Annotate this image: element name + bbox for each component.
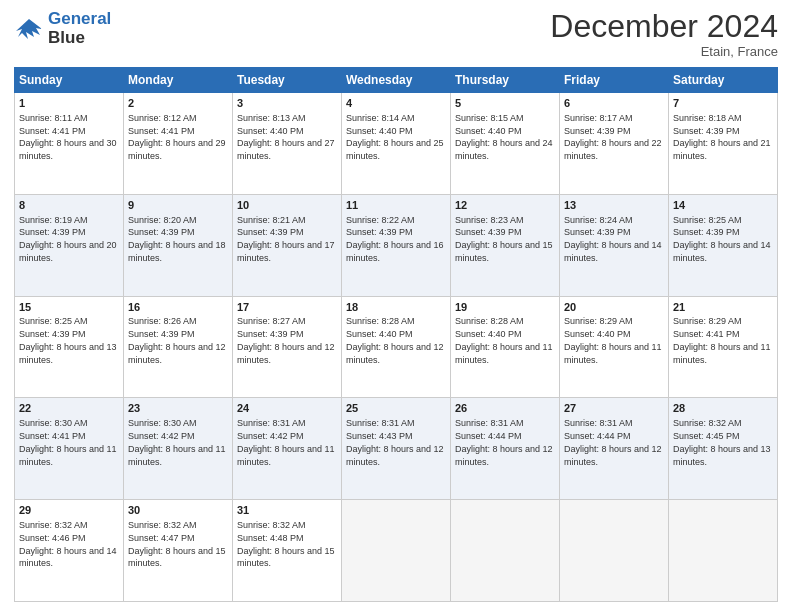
day-cell-30: 30 Sunrise: 8:32 AMSunset: 4:47 PMDaylig… <box>124 500 233 602</box>
cell-details: Sunrise: 8:12 AMSunset: 4:41 PMDaylight:… <box>128 113 226 161</box>
day-cell-7: 7 Sunrise: 8:18 AMSunset: 4:39 PMDayligh… <box>669 93 778 195</box>
cell-details: Sunrise: 8:31 AMSunset: 4:44 PMDaylight:… <box>455 418 553 466</box>
day-number: 30 <box>128 503 228 518</box>
day-number: 26 <box>455 401 555 416</box>
cell-details: Sunrise: 8:20 AMSunset: 4:39 PMDaylight:… <box>128 215 226 263</box>
logo: General Blue <box>14 10 111 47</box>
day-number: 24 <box>237 401 337 416</box>
day-number: 10 <box>237 198 337 213</box>
empty-cell <box>669 500 778 602</box>
day-number: 19 <box>455 300 555 315</box>
day-number: 27 <box>564 401 664 416</box>
cell-details: Sunrise: 8:32 AMSunset: 4:46 PMDaylight:… <box>19 520 117 568</box>
day-number: 17 <box>237 300 337 315</box>
day-number: 6 <box>564 96 664 111</box>
header: General Blue December 2024 Etain, France <box>14 10 778 59</box>
cell-details: Sunrise: 8:14 AMSunset: 4:40 PMDaylight:… <box>346 113 444 161</box>
cell-details: Sunrise: 8:28 AMSunset: 4:40 PMDaylight:… <box>346 316 444 364</box>
cell-details: Sunrise: 8:32 AMSunset: 4:47 PMDaylight:… <box>128 520 226 568</box>
cell-details: Sunrise: 8:31 AMSunset: 4:43 PMDaylight:… <box>346 418 444 466</box>
weekday-friday: Friday <box>560 68 669 93</box>
svg-marker-0 <box>16 19 42 39</box>
cell-details: Sunrise: 8:19 AMSunset: 4:39 PMDaylight:… <box>19 215 117 263</box>
day-cell-8: 8 Sunrise: 8:19 AMSunset: 4:39 PMDayligh… <box>15 194 124 296</box>
cell-details: Sunrise: 8:18 AMSunset: 4:39 PMDaylight:… <box>673 113 771 161</box>
logo-blue: Blue <box>48 28 85 47</box>
day-cell-28: 28 Sunrise: 8:32 AMSunset: 4:45 PMDaylig… <box>669 398 778 500</box>
day-cell-4: 4 Sunrise: 8:14 AMSunset: 4:40 PMDayligh… <box>342 93 451 195</box>
day-number: 11 <box>346 198 446 213</box>
day-cell-10: 10 Sunrise: 8:21 AMSunset: 4:39 PMDaylig… <box>233 194 342 296</box>
week-row-5: 29 Sunrise: 8:32 AMSunset: 4:46 PMDaylig… <box>15 500 778 602</box>
empty-cell <box>451 500 560 602</box>
logo-icon <box>14 15 44 43</box>
cell-details: Sunrise: 8:27 AMSunset: 4:39 PMDaylight:… <box>237 316 335 364</box>
cell-details: Sunrise: 8:32 AMSunset: 4:48 PMDaylight:… <box>237 520 335 568</box>
day-number: 1 <box>19 96 119 111</box>
day-cell-20: 20 Sunrise: 8:29 AMSunset: 4:40 PMDaylig… <box>560 296 669 398</box>
cell-details: Sunrise: 8:26 AMSunset: 4:39 PMDaylight:… <box>128 316 226 364</box>
day-number: 12 <box>455 198 555 213</box>
day-number: 9 <box>128 198 228 213</box>
cell-details: Sunrise: 8:23 AMSunset: 4:39 PMDaylight:… <box>455 215 553 263</box>
day-number: 7 <box>673 96 773 111</box>
day-cell-24: 24 Sunrise: 8:31 AMSunset: 4:42 PMDaylig… <box>233 398 342 500</box>
cell-details: Sunrise: 8:31 AMSunset: 4:42 PMDaylight:… <box>237 418 335 466</box>
day-number: 25 <box>346 401 446 416</box>
page: General Blue December 2024 Etain, France… <box>0 0 792 612</box>
day-cell-31: 31 Sunrise: 8:32 AMSunset: 4:48 PMDaylig… <box>233 500 342 602</box>
title-block: December 2024 Etain, France <box>550 10 778 59</box>
logo-general: General <box>48 9 111 28</box>
day-number: 13 <box>564 198 664 213</box>
day-cell-29: 29 Sunrise: 8:32 AMSunset: 4:46 PMDaylig… <box>15 500 124 602</box>
day-number: 29 <box>19 503 119 518</box>
day-cell-13: 13 Sunrise: 8:24 AMSunset: 4:39 PMDaylig… <box>560 194 669 296</box>
cell-details: Sunrise: 8:21 AMSunset: 4:39 PMDaylight:… <box>237 215 335 263</box>
day-cell-27: 27 Sunrise: 8:31 AMSunset: 4:44 PMDaylig… <box>560 398 669 500</box>
cell-details: Sunrise: 8:31 AMSunset: 4:44 PMDaylight:… <box>564 418 662 466</box>
weekday-sunday: Sunday <box>15 68 124 93</box>
day-number: 2 <box>128 96 228 111</box>
day-number: 23 <box>128 401 228 416</box>
day-cell-21: 21 Sunrise: 8:29 AMSunset: 4:41 PMDaylig… <box>669 296 778 398</box>
week-row-3: 15 Sunrise: 8:25 AMSunset: 4:39 PMDaylig… <box>15 296 778 398</box>
cell-details: Sunrise: 8:30 AMSunset: 4:42 PMDaylight:… <box>128 418 226 466</box>
week-row-4: 22 Sunrise: 8:30 AMSunset: 4:41 PMDaylig… <box>15 398 778 500</box>
day-cell-16: 16 Sunrise: 8:26 AMSunset: 4:39 PMDaylig… <box>124 296 233 398</box>
day-number: 3 <box>237 96 337 111</box>
day-number: 31 <box>237 503 337 518</box>
cell-details: Sunrise: 8:13 AMSunset: 4:40 PMDaylight:… <box>237 113 335 161</box>
day-number: 16 <box>128 300 228 315</box>
location: Etain, France <box>550 44 778 59</box>
day-number: 20 <box>564 300 664 315</box>
empty-cell <box>342 500 451 602</box>
day-number: 4 <box>346 96 446 111</box>
day-cell-2: 2 Sunrise: 8:12 AMSunset: 4:41 PMDayligh… <box>124 93 233 195</box>
day-number: 15 <box>19 300 119 315</box>
weekday-wednesday: Wednesday <box>342 68 451 93</box>
day-cell-18: 18 Sunrise: 8:28 AMSunset: 4:40 PMDaylig… <box>342 296 451 398</box>
month-title: December 2024 <box>550 10 778 42</box>
day-number: 5 <box>455 96 555 111</box>
cell-details: Sunrise: 8:24 AMSunset: 4:39 PMDaylight:… <box>564 215 662 263</box>
day-cell-26: 26 Sunrise: 8:31 AMSunset: 4:44 PMDaylig… <box>451 398 560 500</box>
day-cell-15: 15 Sunrise: 8:25 AMSunset: 4:39 PMDaylig… <box>15 296 124 398</box>
day-number: 14 <box>673 198 773 213</box>
weekday-header-row: SundayMondayTuesdayWednesdayThursdayFrid… <box>15 68 778 93</box>
day-cell-6: 6 Sunrise: 8:17 AMSunset: 4:39 PMDayligh… <box>560 93 669 195</box>
calendar-table: SundayMondayTuesdayWednesdayThursdayFrid… <box>14 67 778 602</box>
day-cell-9: 9 Sunrise: 8:20 AMSunset: 4:39 PMDayligh… <box>124 194 233 296</box>
weekday-thursday: Thursday <box>451 68 560 93</box>
cell-details: Sunrise: 8:25 AMSunset: 4:39 PMDaylight:… <box>19 316 117 364</box>
day-cell-17: 17 Sunrise: 8:27 AMSunset: 4:39 PMDaylig… <box>233 296 342 398</box>
week-row-1: 1 Sunrise: 8:11 AMSunset: 4:41 PMDayligh… <box>15 93 778 195</box>
cell-details: Sunrise: 8:22 AMSunset: 4:39 PMDaylight:… <box>346 215 444 263</box>
cell-details: Sunrise: 8:32 AMSunset: 4:45 PMDaylight:… <box>673 418 771 466</box>
cell-details: Sunrise: 8:29 AMSunset: 4:41 PMDaylight:… <box>673 316 771 364</box>
weekday-monday: Monday <box>124 68 233 93</box>
day-cell-12: 12 Sunrise: 8:23 AMSunset: 4:39 PMDaylig… <box>451 194 560 296</box>
weekday-tuesday: Tuesday <box>233 68 342 93</box>
cell-details: Sunrise: 8:15 AMSunset: 4:40 PMDaylight:… <box>455 113 553 161</box>
day-cell-19: 19 Sunrise: 8:28 AMSunset: 4:40 PMDaylig… <box>451 296 560 398</box>
cell-details: Sunrise: 8:17 AMSunset: 4:39 PMDaylight:… <box>564 113 662 161</box>
